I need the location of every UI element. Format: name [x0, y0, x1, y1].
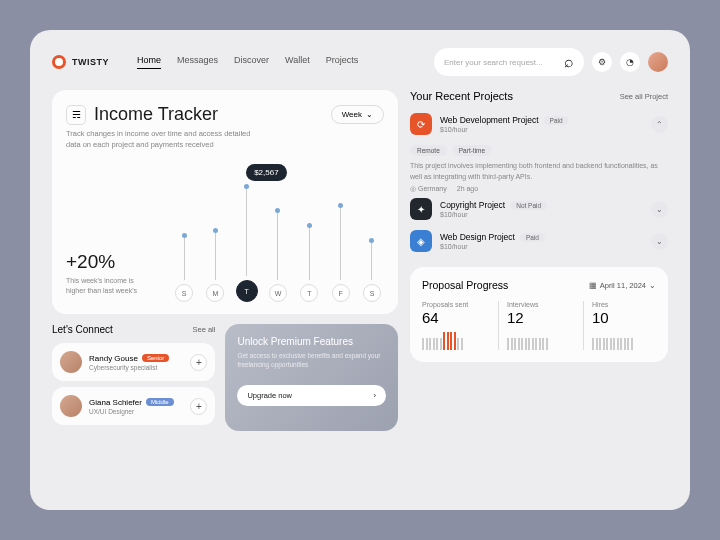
project-row: ⟳Web Development ProjectPaid$10/hour⌃	[410, 108, 668, 140]
search-box[interactable]: ⌕	[434, 48, 584, 76]
stat-label: Interviews	[507, 301, 571, 308]
premium-sub: Get access to exclusive benefits and exp…	[237, 351, 386, 369]
period-selector[interactable]: Week ⌄	[331, 105, 384, 124]
status-badge: Not Paid	[510, 201, 547, 210]
project-rate: $10/hour	[440, 126, 643, 133]
main-nav: Home Messages Discover Wallet Projects	[137, 55, 358, 69]
gear-icon: ⚙	[598, 57, 606, 67]
tracker-title: Income Tracker	[94, 104, 218, 125]
nav-home[interactable]: Home	[137, 55, 161, 69]
person-avatar	[60, 395, 82, 417]
project-row: ✦Copyright ProjectNot Paid$10/hour⌄	[410, 193, 668, 225]
notifications-button[interactable]: ◔	[620, 52, 640, 72]
calendar-icon: ▦	[589, 281, 597, 290]
proposal-card: Proposal Progress ▦ April 11, 2024 ⌄ Pro…	[410, 267, 668, 362]
stat-value: 10	[592, 309, 656, 326]
project-icon: ◈	[410, 230, 432, 252]
day-button[interactable]: S	[175, 284, 193, 302]
expand-button[interactable]: ⌄	[651, 233, 668, 250]
tag: Part-time	[452, 145, 492, 156]
projects-section: Your Recent Projects See all Project ⟳We…	[410, 90, 668, 257]
search-input[interactable]	[444, 58, 558, 67]
connect-title: Let's Connect	[52, 324, 113, 335]
stat-bars	[507, 332, 571, 350]
project-title: Web Development ProjectPaid	[440, 115, 643, 125]
stat-label: Hires	[592, 301, 656, 308]
tracker-subtitle: Track changes in income over time and ac…	[66, 129, 256, 150]
tracker-icon: ☴	[66, 105, 86, 125]
tag: Remote	[410, 145, 447, 156]
connect-seeall[interactable]: See all	[192, 325, 215, 334]
chevron-down-icon: ⌄	[366, 110, 373, 119]
stat-block: Hires10	[583, 301, 656, 350]
person-role: UX/UI Designer	[89, 408, 183, 415]
proposal-title: Proposal Progress	[422, 279, 508, 291]
day-button[interactable]: W	[269, 284, 287, 302]
chart-tooltip: $2,567	[246, 164, 286, 181]
date-selector[interactable]: ▦ April 11, 2024 ⌄	[589, 281, 656, 290]
stat-percent: +20%	[66, 251, 151, 273]
person-name: Randy GouseSenior	[89, 354, 183, 363]
person-avatar	[60, 351, 82, 373]
add-button[interactable]: +	[190, 354, 207, 371]
stat-bars	[592, 332, 656, 350]
stat-block: Proposals sent64	[422, 301, 486, 350]
stat-bars	[422, 332, 486, 350]
logo-icon	[52, 55, 66, 69]
nav-wallet[interactable]: Wallet	[285, 55, 310, 69]
search-icon[interactable]: ⌕	[564, 53, 574, 71]
person-card: Randy GouseSeniorCybersecurity specialis…	[52, 343, 215, 381]
day-button[interactable]: F	[332, 284, 350, 302]
nav-messages[interactable]: Messages	[177, 55, 218, 69]
person-role: Cybersecurity specialist	[89, 364, 183, 371]
stat-label: Proposals sent	[422, 301, 486, 308]
nav-discover[interactable]: Discover	[234, 55, 269, 69]
level-badge: Senior	[142, 354, 169, 362]
project-row: ◈Web Design ProjectPaid$10/hour⌄	[410, 225, 668, 257]
stat-sub: This week's income is higher than last w…	[66, 276, 151, 296]
project-title: Copyright ProjectNot Paid	[440, 200, 643, 210]
projects-title: Your Recent Projects	[410, 90, 513, 102]
nav-projects[interactable]: Projects	[326, 55, 359, 69]
expand-button[interactable]: ⌄	[651, 201, 668, 218]
project-icon: ⟳	[410, 113, 432, 135]
premium-title: Unlock Premium Features	[237, 336, 386, 347]
project-icon: ✦	[410, 198, 432, 220]
person-card: Giana SchieferMiddleUX/UI Designer+	[52, 387, 215, 425]
user-avatar[interactable]	[648, 52, 668, 72]
project-rate: $10/hour	[440, 243, 643, 250]
day-button[interactable]: M	[206, 284, 224, 302]
stat-value: 64	[422, 309, 486, 326]
project-meta: ◎ Germany	[410, 185, 447, 193]
project-meta: 2h ago	[457, 185, 478, 193]
level-badge: Middle	[146, 398, 174, 406]
income-chart: SM$2,567TWTFS	[172, 162, 384, 302]
day-button[interactable]: T	[300, 284, 318, 302]
projects-seeall[interactable]: See all Project	[620, 92, 668, 101]
settings-button[interactable]: ⚙	[592, 52, 612, 72]
income-tracker-card: ☴ Income Tracker Week ⌄ Track changes in…	[52, 90, 398, 314]
day-button[interactable]: T	[236, 280, 258, 302]
connect-section: Let's Connect See all Randy GouseSeniorC…	[52, 324, 215, 431]
upgrade-button[interactable]: Upgrade now ›	[237, 385, 386, 406]
premium-card: Unlock Premium Features Get access to ex…	[225, 324, 398, 431]
status-badge: Paid	[520, 233, 545, 242]
person-name: Giana SchieferMiddle	[89, 398, 183, 407]
chevron-right-icon: ›	[374, 391, 377, 400]
logo[interactable]: TWISTY	[52, 55, 109, 69]
project-desc: This project involves implementing both …	[410, 161, 668, 182]
chevron-down-icon: ⌄	[649, 281, 656, 290]
project-rate: $10/hour	[440, 211, 643, 218]
day-button[interactable]: S	[363, 284, 381, 302]
project-title: Web Design ProjectPaid	[440, 232, 643, 242]
status-badge: Paid	[544, 116, 569, 125]
brand-name: TWISTY	[72, 57, 109, 67]
stat-block: Interviews12	[498, 301, 571, 350]
bell-icon: ◔	[626, 57, 634, 67]
add-button[interactable]: +	[190, 398, 207, 415]
stat-value: 12	[507, 309, 571, 326]
expand-button[interactable]: ⌃	[651, 116, 668, 133]
